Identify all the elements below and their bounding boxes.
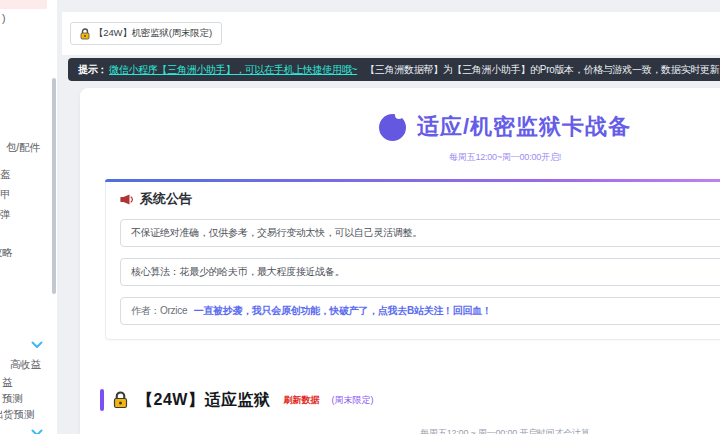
sidebar-item[interactable]: 出货预测 — [0, 408, 34, 422]
sidebar-item[interactable]: 包/配件 — [6, 141, 40, 155]
open-time-note: 每周五12:00 ~ 周一00:00 开启时间才会计算 — [80, 427, 720, 434]
chevron-down-icon[interactable] — [31, 423, 43, 431]
announcement-line: 不保证绝对准确，仅供参考，交易行变动太快，可以自己灵活调整。 — [120, 219, 720, 247]
sidebar-item[interactable]: 盔 — [0, 168, 10, 182]
sidebar-active-item[interactable] — [0, 0, 47, 9]
refresh-data-button[interactable]: 刷新数据 — [283, 394, 319, 407]
content-card: 适应/机密监狱卡战备 每周五12:00~周一00:00开启! 系统公告 不保证绝… — [80, 88, 720, 434]
chevron-down-icon[interactable] — [31, 335, 43, 343]
lock-icon — [113, 391, 128, 409]
tab-chip-label: 【24W】机密监狱(周末限定) — [94, 27, 212, 40]
notice-text: 【三角洲数据帮】为【三角洲小助手】的Pro版本，价格与游戏一致，数据实时更新！ — [365, 63, 720, 77]
section-header: 【24W】适应监狱 刷新数据 (周末限定) — [100, 389, 720, 411]
tab-bar: 【24W】机密监狱(周末限定) — [62, 12, 720, 55]
megaphone-icon — [120, 194, 134, 205]
author-label: 作者：Orzice — [131, 305, 187, 316]
sidebar: ) 包/配件 盔 甲 弹 攻略 高收益 益 预测 出货预测 — [0, 0, 57, 434]
announcement-author-line: 作者：Orzice 一直被抄袭，我只会原创功能，快破产了，点我去B站关注！回回血… — [120, 297, 720, 325]
announcement-line: 核心算法：花最少的哈夫币，最大程度接近战备。 — [120, 258, 720, 286]
sidebar-item[interactable]: 高收益 — [10, 358, 41, 372]
notice-miniprogram-link[interactable]: 微信小程序【三角洲小助手】，可以在手机上快捷使用哦~ — [109, 63, 357, 77]
lock-icon — [80, 28, 90, 40]
hero-header: 适应/机密监狱卡战备 每周五12:00~周一00:00开启! — [80, 88, 720, 164]
app-window: ) 包/配件 盔 甲 弹 攻略 高收益 益 预测 出货预测 【24W】机密监狱(… — [0, 0, 720, 434]
announcement-card: 系统公告 不保证绝对准确，仅供参考，交易行变动太快，可以自己灵活调整。 核心算法… — [105, 179, 720, 340]
sidebar-item[interactable]: 攻略 — [0, 246, 13, 260]
sidebar-item[interactable]: 甲 — [0, 188, 10, 202]
sidebar-item[interactable]: 预测 — [2, 392, 23, 406]
page-title: 适应/机密监狱卡战备 — [417, 112, 631, 142]
announcement-title: 系统公告 — [140, 190, 192, 208]
section-title: 【24W】适应监狱 — [137, 390, 270, 411]
main-area: 【24W】机密监狱(周末限定) 提示： 微信小程序【三角洲小助手】，可以在手机上… — [57, 0, 720, 434]
author-bilibili-link[interactable]: 一直被抄袭，我只会原创功能，快破产了，点我去B站关注！回回血！ — [194, 305, 492, 316]
sidebar-item[interactable]: 益 — [2, 376, 12, 390]
weekend-limited-badge: (周末限定) — [331, 394, 373, 407]
sidebar-item[interactable]: 弹 — [0, 208, 10, 222]
tab-chip-prison[interactable]: 【24W】机密监狱(周末限定) — [70, 22, 222, 45]
sidebar-item[interactable]: ) — [2, 12, 5, 24]
notice-bar: 提示： 微信小程序【三角洲小助手】，可以在手机上快捷使用哦~ 【三角洲数据帮】为… — [68, 58, 720, 81]
purple-circle-icon — [379, 114, 406, 141]
section-accent-bar — [100, 389, 104, 411]
page-subtitle: 每周五12:00~周一00:00开启! — [80, 151, 720, 164]
notice-prefix: 提示： — [78, 63, 107, 77]
sidebar-scrollbar[interactable] — [52, 78, 56, 294]
